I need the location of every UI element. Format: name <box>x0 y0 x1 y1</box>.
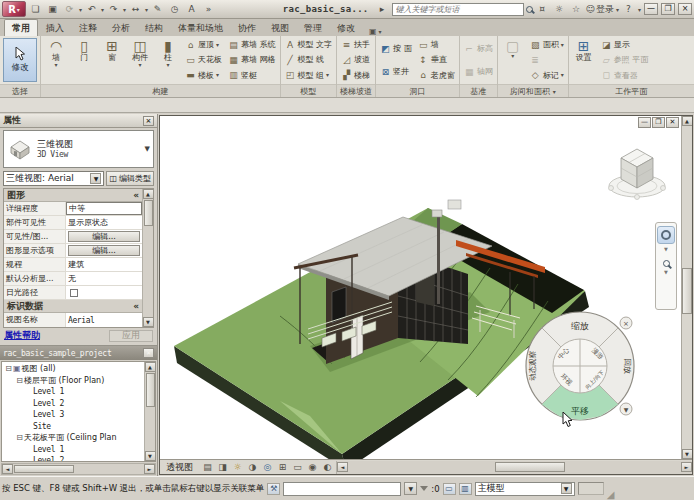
chevron-down-icon[interactable]: ▼ <box>664 246 668 252</box>
wheel-zoom-label[interactable]: 缩放 <box>571 321 589 331</box>
vertical-opening-button[interactable]: ↕垂直 <box>416 53 457 66</box>
view-selector-combo[interactable]: 三维视图: Aerial ▼ <box>3 171 104 186</box>
tree-item[interactable]: Level 3 <box>2 409 144 421</box>
door-button[interactable]: ▯门 <box>71 37 97 83</box>
chevron-down-icon[interactable]: ▾ <box>123 6 126 13</box>
minimize-button[interactable]: — <box>644 3 658 15</box>
floor-button[interactable]: ▬楼板▾ <box>183 69 224 82</box>
model-group-button[interactable]: ◰模型 组▾ <box>283 69 335 82</box>
wheel-menu-icon[interactable]: ▼ <box>624 406 629 413</box>
visual-style-icon[interactable]: ◨ <box>216 461 229 473</box>
model-line-button[interactable]: ╱模型 线 <box>283 53 335 66</box>
parts-visibility-value[interactable]: 显示原状态 <box>66 216 142 229</box>
scroll-down-icon[interactable]: ▼ <box>143 317 154 327</box>
type-selector[interactable]: 三维视图 3D View ▼ <box>3 130 154 168</box>
chevron-down-icon[interactable]: ▾ <box>101 6 104 13</box>
graphic-display-edit-button[interactable]: 编辑... <box>68 245 140 256</box>
scroll-thumb[interactable] <box>495 462 565 472</box>
temporary-hide-icon[interactable]: ◉ <box>306 461 319 473</box>
chevron-down-icon[interactable]: ▼ <box>664 269 668 275</box>
tab-collaborate[interactable]: 协作 <box>231 20 263 36</box>
property-row[interactable]: 详细程度中等 <box>4 202 142 216</box>
tab-structure[interactable]: 结构 <box>138 20 170 36</box>
tab-annotate[interactable]: 注释 <box>72 20 104 36</box>
panel-label-select[interactable]: 选择 <box>0 84 40 97</box>
wheel-orbit-label[interactable]: 动态观察 <box>528 351 537 382</box>
tab-view[interactable]: 视图 <box>264 20 296 36</box>
sun-path-icon[interactable]: ☼ <box>231 461 244 473</box>
scroll-left-icon[interactable]: ◄ <box>2 464 13 474</box>
stair-button[interactable]: ▞楼梯 <box>339 69 372 82</box>
save-icon[interactable]: ▣ <box>45 2 60 16</box>
chevron-down-icon[interactable]: ▼ <box>90 173 101 184</box>
sync-icon[interactable]: ⟳ <box>62 2 77 16</box>
chevron-down-icon[interactable]: ▾ <box>616 6 619 13</box>
reveal-hidden-icon[interactable]: ◐ <box>321 461 334 473</box>
room-button[interactable]: ▢▾ <box>500 37 526 83</box>
tree-item[interactable]: Site <box>2 421 144 433</box>
room-separator-button[interactable]: ≣ <box>528 53 566 66</box>
scroll-thumb[interactable] <box>144 200 153 226</box>
chevron-down-icon[interactable]: ▼ <box>404 482 417 495</box>
mullion-button[interactable]: ▥竖梃 <box>226 69 278 82</box>
chevron-down-icon[interactable]: ▼ <box>561 483 572 494</box>
area-button[interactable]: ▧面积▾ <box>528 38 566 51</box>
discipline-value[interactable]: 建筑 <box>66 258 142 271</box>
scroll-up-icon[interactable]: ▲ <box>682 116 693 126</box>
property-row[interactable]: 图形显示选项编辑... <box>4 244 142 258</box>
scroll-down-icon[interactable]: ▼ <box>145 451 156 461</box>
tree-item[interactable]: ⊟楼层平面 (Floor Plan) <box>2 375 144 387</box>
analysis-display-value[interactable]: 无 <box>66 272 142 285</box>
property-row[interactable]: 规程建筑 <box>4 258 142 272</box>
tree-item[interactable]: Level 1 <box>2 386 144 398</box>
steering-wheel[interactable]: 缩放 回放 动态观察 平移 中心 漫游 环视 向上/向下 × ▼ <box>522 308 640 426</box>
modify-button[interactable]: 修改 <box>3 38 37 82</box>
steering-wheel-button[interactable] <box>657 226 675 244</box>
chevron-down-icon[interactable]: ▾ <box>638 6 641 13</box>
close-button[interactable]: × <box>678 3 692 15</box>
tree-item[interactable]: Level 2 <box>2 398 144 410</box>
panel-label-workplane[interactable]: 工作平面 <box>569 84 694 97</box>
view-cube[interactable] <box>604 138 674 208</box>
curtain-system-button[interactable]: ▤幕墙 系统 <box>226 38 278 51</box>
property-row[interactable]: 可见性/图...编辑... <box>4 230 142 244</box>
tree-item[interactable]: ⊟天花板平面 (Ceiling Plan <box>2 432 144 444</box>
curtain-grid-button[interactable]: ▦幕墙 网格 <box>226 53 278 66</box>
shaft-button[interactable]: ⊠竖井 <box>378 65 414 78</box>
sun-path-checkbox[interactable] <box>70 289 78 297</box>
collapse-icon[interactable]: « <box>133 301 139 311</box>
scale-perspective-label[interactable]: 透视图 <box>164 461 199 474</box>
canvas-hscrollbar[interactable]: ◄ ► <box>336 461 692 474</box>
scroll-up-icon[interactable]: ▲ <box>145 362 156 372</box>
favorites-star-icon[interactable]: ☆ <box>569 2 584 16</box>
chevron-down-icon[interactable]: ▾ <box>145 6 148 13</box>
grid-button[interactable]: ▦轴网 <box>462 65 495 78</box>
ceiling-button[interactable]: ▭天花板 <box>183 53 224 66</box>
design-options-combo[interactable]: 主模型 ▼ <box>475 482 575 496</box>
text-icon[interactable]: A <box>184 2 199 16</box>
expand-title-icon[interactable]: ▸ <box>375 2 390 16</box>
model-text-button[interactable]: A模型 文字 <box>283 38 335 51</box>
wall-opening-button[interactable]: ▭墙 <box>416 38 457 51</box>
tab-manage[interactable]: 管理 <box>297 20 329 36</box>
tab-massing-site[interactable]: 体量和场地 <box>171 20 230 36</box>
component-button[interactable]: ◫构件▾ <box>127 37 153 83</box>
tab-home[interactable]: 常用 <box>4 19 38 36</box>
property-row[interactable]: 部件可见性显示原状态 <box>4 216 142 230</box>
scroll-thumb[interactable] <box>14 465 74 473</box>
view-name-value[interactable]: Aerial <box>66 313 142 327</box>
browser-scrollbar[interactable]: ▲ ▼ <box>144 362 155 461</box>
window-button[interactable]: ⊞窗 <box>99 37 125 83</box>
opening-by-face-button[interactable]: ◩按 面 <box>378 42 414 55</box>
detail-level-icon[interactable]: ▤ <box>201 461 214 473</box>
view-minimize-icon[interactable]: — <box>638 117 651 128</box>
panel-label-opening[interactable]: 洞口 <box>376 84 459 97</box>
tag-button[interactable]: ◇标记▾ <box>528 69 566 82</box>
section-graphics[interactable]: 图形« <box>4 189 142 202</box>
scroll-thumb[interactable] <box>682 268 692 314</box>
tab-insert[interactable]: 插入 <box>39 20 71 36</box>
tree-item[interactable]: Level 1 <box>2 444 144 456</box>
editable-only-icon[interactable]: ▭ <box>443 483 456 495</box>
crop-view-icon[interactable]: ⊞ <box>276 461 289 473</box>
property-row[interactable]: 日光路径 <box>4 286 142 300</box>
